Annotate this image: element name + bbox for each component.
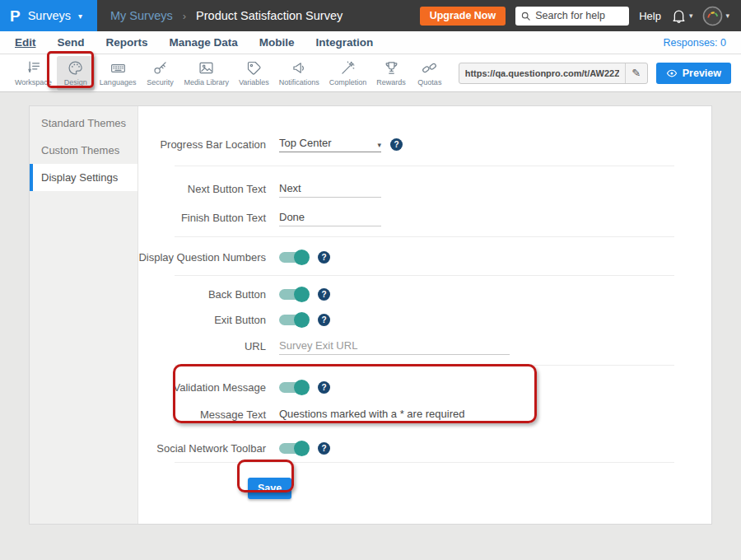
- finish-button-text-row: Finish Button Text: [138, 205, 674, 230]
- save-button[interactable]: Save: [248, 478, 291, 499]
- next-button-text-input[interactable]: [279, 180, 381, 198]
- app-menu-surveys[interactable]: P Surveys ▾: [0, 0, 97, 31]
- back-button-toggle[interactable]: [279, 289, 309, 300]
- toolbar-variables[interactable]: Variables: [234, 56, 274, 91]
- bell-icon: [671, 8, 687, 24]
- eye-icon: [666, 68, 678, 79]
- display-settings-form: Progress Bar Location Top Center ▾ ? Nex…: [138, 106, 711, 524]
- rewards-trophy-icon: [383, 59, 400, 77]
- divider: [175, 236, 674, 237]
- help-icon[interactable]: ?: [318, 288, 330, 301]
- sidebar-item-standard-themes[interactable]: Standard Themes: [30, 110, 137, 137]
- progress-bar-location-select[interactable]: Top Center ▾: [279, 137, 381, 152]
- user-account-menu[interactable]: ▾: [702, 6, 729, 26]
- help-link[interactable]: Help: [639, 10, 661, 22]
- toolbar-workspace[interactable]: Workspace: [10, 56, 57, 91]
- survey-nav: Edit Send Reports Manage Data Mobile Int…: [0, 31, 741, 54]
- message-text-input[interactable]: [279, 406, 510, 423]
- completion-wand-icon: [339, 59, 357, 77]
- finish-button-text-label: Finish Button Text: [138, 212, 266, 224]
- toolbar-design[interactable]: Design: [57, 56, 95, 91]
- survey-url-input[interactable]: [459, 68, 625, 78]
- survey-url-box: ✎: [459, 63, 648, 84]
- divider: [175, 462, 674, 463]
- toolbar-security[interactable]: Security: [141, 56, 179, 91]
- message-text-row: Message Text: [138, 402, 674, 427]
- social-network-toolbar-row: Social Network Toolbar ?: [138, 436, 674, 460]
- top-header: P Surveys ▾ My Surveys › Product Satisfa…: [0, 0, 741, 31]
- settings-sidebar: Standard Themes Custom Themes Display Se…: [30, 106, 138, 524]
- validation-message-row: Validation Message ?: [138, 376, 674, 399]
- help-icon[interactable]: ?: [390, 138, 403, 151]
- validation-section: Validation Message ? Message Text: [138, 369, 674, 433]
- social-network-toolbar-toggle[interactable]: [279, 443, 309, 454]
- next-button-text-row: Next Button Text: [138, 176, 674, 201]
- sidebar-item-custom-themes[interactable]: Custom Themes: [30, 137, 137, 164]
- page-title: Product Satisfaction Survey: [196, 9, 343, 22]
- nav-tab-reports[interactable]: Reports: [106, 36, 148, 49]
- display-question-numbers-toggle[interactable]: [279, 252, 309, 263]
- divider: [175, 166, 674, 166]
- breadcrumb-separator-icon: ›: [183, 10, 186, 22]
- chevron-down-icon: ▾: [689, 12, 693, 20]
- help-icon[interactable]: ?: [318, 381, 330, 394]
- help-icon[interactable]: ?: [318, 442, 330, 455]
- next-button-text-label: Next Button Text: [138, 183, 266, 195]
- display-question-numbers-label: Display Question Numbers: [138, 251, 266, 264]
- save-row: Save: [138, 478, 674, 499]
- back-button-row: Back Button ?: [138, 282, 674, 306]
- finish-button-text-input[interactable]: [279, 209, 381, 226]
- progress-bar-location-label: Progress Bar Location: [138, 138, 266, 151]
- upgrade-now-button[interactable]: Upgrade Now: [420, 7, 506, 26]
- display-question-numbers-row: Display Question Numbers ?: [138, 245, 674, 268]
- validation-message-label: Validation Message: [138, 381, 266, 394]
- design-palette-icon: [67, 59, 84, 77]
- exit-button-toggle[interactable]: [279, 315, 309, 325]
- toolbar-media-library[interactable]: Media Library: [179, 56, 234, 91]
- exit-url-input[interactable]: [279, 338, 510, 355]
- quotas-links-icon: [421, 59, 438, 77]
- responses-count[interactable]: Responses: 0: [664, 37, 726, 49]
- nav-tab-send[interactable]: Send: [58, 36, 85, 49]
- message-text-label: Message Text: [138, 408, 266, 421]
- security-key-icon: [151, 59, 169, 77]
- toolbar-notifications[interactable]: Notifications: [274, 56, 324, 91]
- breadcrumb-my-surveys[interactable]: My Surveys: [110, 9, 173, 22]
- workspace-icon: [25, 59, 42, 77]
- notifications-megaphone-icon: [291, 59, 308, 77]
- nav-tab-integration[interactable]: Integration: [316, 36, 374, 49]
- help-search: [515, 7, 629, 26]
- nav-tab-manage-data[interactable]: Manage Data: [170, 36, 238, 49]
- back-button-label: Back Button: [138, 288, 266, 301]
- search-icon: [520, 11, 531, 21]
- toolbar-right: ✎ Preview: [459, 63, 731, 84]
- divider: [175, 275, 674, 276]
- toolbar-completion[interactable]: Completion: [324, 56, 372, 91]
- exit-url-label: URL: [138, 340, 266, 352]
- display-settings-card: Standard Themes Custom Themes Display Se…: [29, 105, 712, 525]
- variables-tag-icon: [245, 59, 263, 77]
- main-content: Standard Themes Custom Themes Display Se…: [0, 92, 741, 560]
- toolbar-rewards[interactable]: Rewards: [371, 56, 411, 91]
- languages-keyboard-icon: [110, 59, 127, 77]
- exit-button-row: Exit Button ?: [138, 308, 674, 331]
- help-icon[interactable]: ?: [318, 314, 330, 326]
- header-actions: Upgrade Now Help ▾ ▾: [420, 6, 741, 26]
- edit-url-pencil-icon[interactable]: ✎: [625, 63, 647, 83]
- divider: [175, 365, 674, 366]
- help-icon[interactable]: ?: [318, 251, 330, 264]
- toolbar-languages[interactable]: Languages: [95, 56, 142, 91]
- progress-bar-location-row: Progress Bar Location Top Center ▾ ?: [138, 129, 674, 159]
- edit-toolbar: Workspace Design Languages Security Medi…: [0, 54, 741, 92]
- chevron-down-icon: ▾: [377, 141, 381, 149]
- nav-tab-mobile[interactable]: Mobile: [259, 36, 295, 49]
- nav-tab-edit[interactable]: Edit: [15, 36, 36, 49]
- notifications-bell-menu[interactable]: ▾: [671, 8, 693, 24]
- sidebar-item-display-settings[interactable]: Display Settings: [30, 164, 137, 191]
- preview-button[interactable]: Preview: [656, 63, 731, 84]
- help-search-input[interactable]: [535, 10, 624, 21]
- toolbar-quotas[interactable]: Quotas: [411, 56, 449, 91]
- social-network-toolbar-label: Social Network Toolbar: [138, 442, 266, 455]
- validation-message-toggle[interactable]: [279, 382, 309, 393]
- chevron-down-icon: ▾: [725, 12, 729, 20]
